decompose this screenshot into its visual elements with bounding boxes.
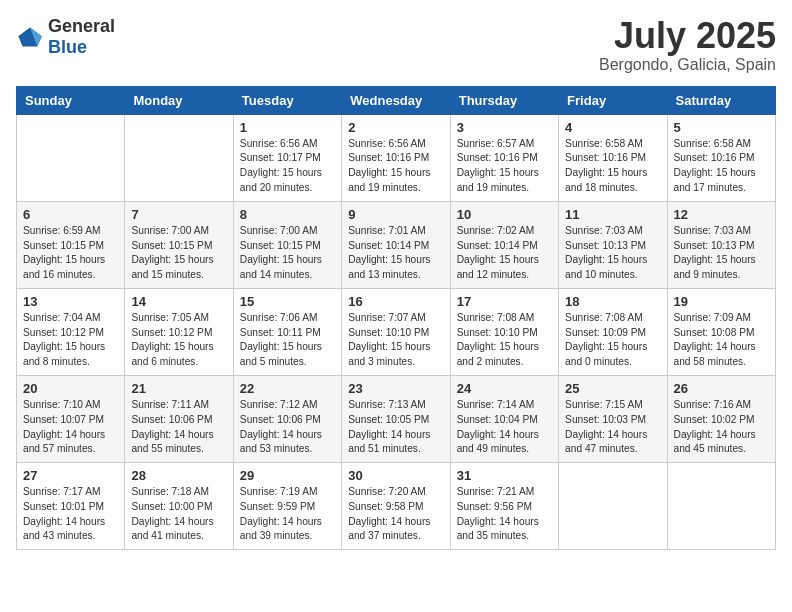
day-number: 15 [240,294,335,309]
weekday-header-monday: Monday [125,86,233,114]
day-info: Sunrise: 7:14 AM Sunset: 10:04 PM Daylig… [457,398,552,457]
day-cell: 24Sunrise: 7:14 AM Sunset: 10:04 PM Dayl… [450,375,558,462]
day-number: 30 [348,468,443,483]
day-number: 17 [457,294,552,309]
day-info: Sunrise: 7:05 AM Sunset: 10:12 PM Daylig… [131,311,226,370]
day-info: Sunrise: 7:17 AM Sunset: 10:01 PM Daylig… [23,485,118,544]
day-info: Sunrise: 6:56 AM Sunset: 10:16 PM Daylig… [348,137,443,196]
day-info: Sunrise: 7:07 AM Sunset: 10:10 PM Daylig… [348,311,443,370]
day-cell: 2Sunrise: 6:56 AM Sunset: 10:16 PM Dayli… [342,114,450,201]
day-cell [667,463,775,550]
day-info: Sunrise: 6:58 AM Sunset: 10:16 PM Daylig… [674,137,769,196]
day-cell: 10Sunrise: 7:02 AM Sunset: 10:14 PM Dayl… [450,201,558,288]
day-info: Sunrise: 7:19 AM Sunset: 9:59 PM Dayligh… [240,485,335,544]
month-title: July 2025 [599,16,776,56]
day-number: 6 [23,207,118,222]
day-info: Sunrise: 7:06 AM Sunset: 10:11 PM Daylig… [240,311,335,370]
day-number: 25 [565,381,660,396]
location-title: Bergondo, Galicia, Spain [599,56,776,74]
day-cell: 20Sunrise: 7:10 AM Sunset: 10:07 PM Dayl… [17,375,125,462]
calendar-table: SundayMondayTuesdayWednesdayThursdayFrid… [16,86,776,551]
day-info: Sunrise: 7:18 AM Sunset: 10:00 PM Daylig… [131,485,226,544]
day-number: 29 [240,468,335,483]
week-row-4: 20Sunrise: 7:10 AM Sunset: 10:07 PM Dayl… [17,375,776,462]
day-cell: 9Sunrise: 7:01 AM Sunset: 10:14 PM Dayli… [342,201,450,288]
weekday-header-sunday: Sunday [17,86,125,114]
day-info: Sunrise: 7:11 AM Sunset: 10:06 PM Daylig… [131,398,226,457]
day-number: 24 [457,381,552,396]
day-number: 28 [131,468,226,483]
weekday-header-friday: Friday [559,86,667,114]
day-cell: 13Sunrise: 7:04 AM Sunset: 10:12 PM Dayl… [17,288,125,375]
day-number: 23 [348,381,443,396]
day-number: 31 [457,468,552,483]
day-info: Sunrise: 6:59 AM Sunset: 10:15 PM Daylig… [23,224,118,283]
day-cell: 26Sunrise: 7:16 AM Sunset: 10:02 PM Dayl… [667,375,775,462]
day-info: Sunrise: 7:16 AM Sunset: 10:02 PM Daylig… [674,398,769,457]
day-info: Sunrise: 7:08 AM Sunset: 10:10 PM Daylig… [457,311,552,370]
day-info: Sunrise: 7:21 AM Sunset: 9:56 PM Dayligh… [457,485,552,544]
day-cell [125,114,233,201]
day-cell: 23Sunrise: 7:13 AM Sunset: 10:05 PM Dayl… [342,375,450,462]
day-number: 11 [565,207,660,222]
day-cell: 4Sunrise: 6:58 AM Sunset: 10:16 PM Dayli… [559,114,667,201]
day-info: Sunrise: 7:04 AM Sunset: 10:12 PM Daylig… [23,311,118,370]
day-cell: 17Sunrise: 7:08 AM Sunset: 10:10 PM Dayl… [450,288,558,375]
day-number: 9 [348,207,443,222]
day-info: Sunrise: 7:02 AM Sunset: 10:14 PM Daylig… [457,224,552,283]
day-cell: 19Sunrise: 7:09 AM Sunset: 10:08 PM Dayl… [667,288,775,375]
day-cell: 28Sunrise: 7:18 AM Sunset: 10:00 PM Dayl… [125,463,233,550]
day-number: 8 [240,207,335,222]
day-cell: 5Sunrise: 6:58 AM Sunset: 10:16 PM Dayli… [667,114,775,201]
weekday-header-tuesday: Tuesday [233,86,341,114]
day-cell: 6Sunrise: 6:59 AM Sunset: 10:15 PM Dayli… [17,201,125,288]
day-info: Sunrise: 7:00 AM Sunset: 10:15 PM Daylig… [131,224,226,283]
day-number: 13 [23,294,118,309]
day-info: Sunrise: 7:03 AM Sunset: 10:13 PM Daylig… [674,224,769,283]
weekday-header-row: SundayMondayTuesdayWednesdayThursdayFrid… [17,86,776,114]
day-info: Sunrise: 7:12 AM Sunset: 10:06 PM Daylig… [240,398,335,457]
day-number: 12 [674,207,769,222]
day-number: 2 [348,120,443,135]
day-info: Sunrise: 7:09 AM Sunset: 10:08 PM Daylig… [674,311,769,370]
day-info: Sunrise: 6:58 AM Sunset: 10:16 PM Daylig… [565,137,660,196]
day-number: 26 [674,381,769,396]
day-cell: 8Sunrise: 7:00 AM Sunset: 10:15 PM Dayli… [233,201,341,288]
week-row-5: 27Sunrise: 7:17 AM Sunset: 10:01 PM Dayl… [17,463,776,550]
day-cell [17,114,125,201]
day-info: Sunrise: 7:01 AM Sunset: 10:14 PM Daylig… [348,224,443,283]
logo-icon [16,26,44,48]
day-cell: 14Sunrise: 7:05 AM Sunset: 10:12 PM Dayl… [125,288,233,375]
day-cell: 7Sunrise: 7:00 AM Sunset: 10:15 PM Dayli… [125,201,233,288]
day-info: Sunrise: 7:00 AM Sunset: 10:15 PM Daylig… [240,224,335,283]
day-cell [559,463,667,550]
day-number: 1 [240,120,335,135]
weekday-header-thursday: Thursday [450,86,558,114]
day-info: Sunrise: 7:10 AM Sunset: 10:07 PM Daylig… [23,398,118,457]
logo-text: General Blue [48,16,115,58]
day-cell: 21Sunrise: 7:11 AM Sunset: 10:06 PM Dayl… [125,375,233,462]
day-number: 7 [131,207,226,222]
day-number: 3 [457,120,552,135]
day-number: 16 [348,294,443,309]
day-number: 22 [240,381,335,396]
day-number: 27 [23,468,118,483]
weekday-header-saturday: Saturday [667,86,775,114]
week-row-3: 13Sunrise: 7:04 AM Sunset: 10:12 PM Dayl… [17,288,776,375]
day-cell: 16Sunrise: 7:07 AM Sunset: 10:10 PM Dayl… [342,288,450,375]
day-number: 18 [565,294,660,309]
day-cell: 1Sunrise: 6:56 AM Sunset: 10:17 PM Dayli… [233,114,341,201]
day-info: Sunrise: 7:08 AM Sunset: 10:09 PM Daylig… [565,311,660,370]
day-cell: 3Sunrise: 6:57 AM Sunset: 10:16 PM Dayli… [450,114,558,201]
day-cell: 12Sunrise: 7:03 AM Sunset: 10:13 PM Dayl… [667,201,775,288]
day-cell: 29Sunrise: 7:19 AM Sunset: 9:59 PM Dayli… [233,463,341,550]
day-number: 5 [674,120,769,135]
day-number: 4 [565,120,660,135]
day-number: 14 [131,294,226,309]
day-cell: 31Sunrise: 7:21 AM Sunset: 9:56 PM Dayli… [450,463,558,550]
page-header: General Blue July 2025 Bergondo, Galicia… [16,16,776,74]
day-info: Sunrise: 6:57 AM Sunset: 10:16 PM Daylig… [457,137,552,196]
day-cell: 15Sunrise: 7:06 AM Sunset: 10:11 PM Dayl… [233,288,341,375]
day-info: Sunrise: 7:03 AM Sunset: 10:13 PM Daylig… [565,224,660,283]
day-cell: 27Sunrise: 7:17 AM Sunset: 10:01 PM Dayl… [17,463,125,550]
